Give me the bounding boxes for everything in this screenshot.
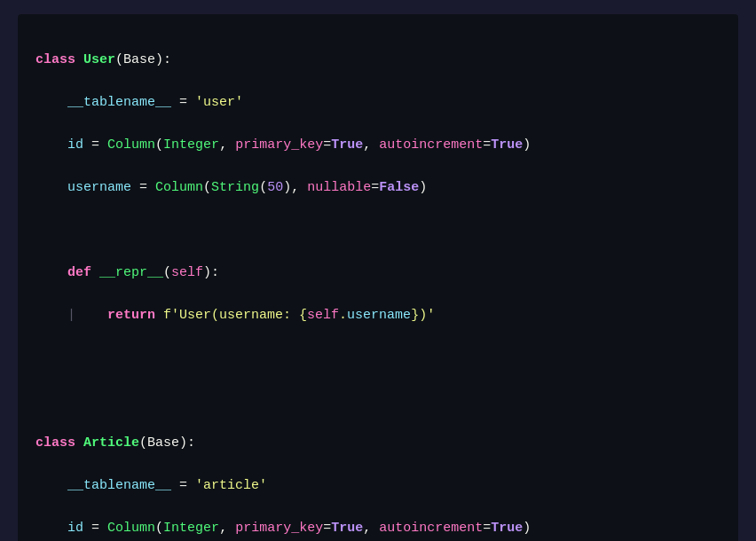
code-editor: class User(Base): __tablename__ = 'user'… (18, 14, 738, 541)
line-9 (35, 390, 721, 412)
line-11: __tablename__ = 'article' (35, 475, 721, 497)
line-3: id = Column(Integer, primary_key=True, a… (35, 135, 721, 156)
line-8 (35, 348, 721, 369)
line-5 (35, 220, 721, 241)
line-7: | return f'User(username: {self.username… (35, 305, 721, 326)
line-1: class User(Base): (35, 50, 721, 71)
line-12: id = Column(Integer, primary_key=True, a… (35, 518, 721, 539)
line-4: username = Column(String(50), nullable=F… (35, 177, 721, 199)
line-10: class Article(Base): (35, 433, 721, 454)
line-6: def __repr__(self): (35, 263, 721, 284)
line-2: __tablename__ = 'user' (35, 92, 721, 114)
